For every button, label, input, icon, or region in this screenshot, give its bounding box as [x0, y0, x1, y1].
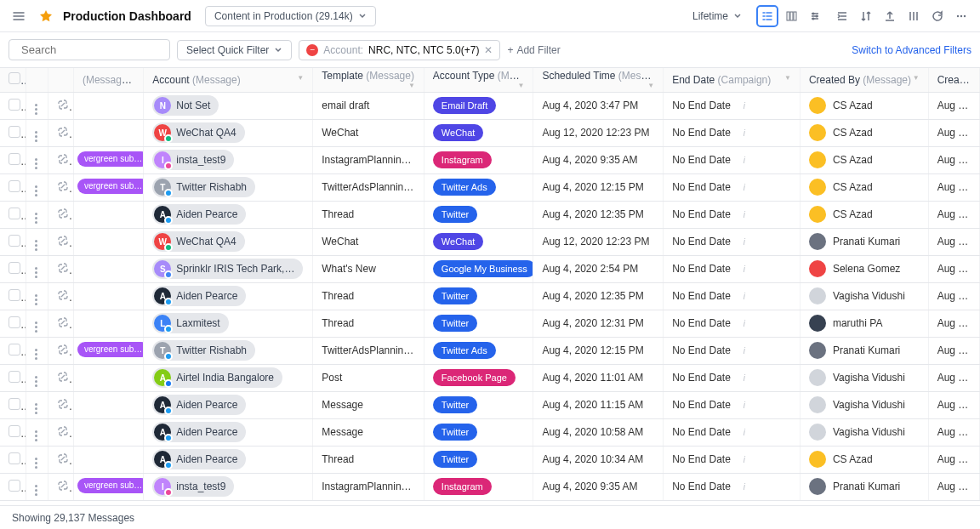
col-end-date[interactable]: End Date (Campaign) ▼: [664, 68, 801, 92]
board-view-icon[interactable]: [781, 6, 801, 26]
row-menu[interactable]: [26, 201, 48, 228]
row-menu[interactable]: [26, 228, 48, 255]
row-checkbox[interactable]: [0, 310, 26, 337]
row-link-icon[interactable]: [48, 92, 73, 119]
columns-icon[interactable]: [903, 6, 924, 26]
table-row[interactable]: LLaxmitestThreadTwitterAug 4, 2020 12:31…: [0, 310, 980, 337]
info-icon[interactable]: i: [739, 482, 749, 492]
sort-icon[interactable]: [856, 6, 876, 26]
account-chip[interactable]: AAiden Pearce: [152, 204, 246, 225]
menu-icon[interactable]: [9, 6, 29, 26]
row-menu[interactable]: [26, 418, 48, 446]
cell-account[interactable]: AAiden Pearce: [144, 201, 313, 228]
row-checkbox[interactable]: [0, 255, 26, 282]
cell-account[interactable]: SSprinklr IRIS Tech Park,…: [144, 255, 313, 282]
row-checkbox[interactable]: [0, 282, 26, 310]
cell-account[interactable]: TTwitter Rishabh: [144, 173, 313, 201]
account-chip[interactable]: AAiden Pearce: [152, 286, 246, 306]
account-chip[interactable]: TTwitter Rishabh: [152, 177, 255, 197]
col-account[interactable]: Account (Message) ▼: [144, 68, 313, 92]
row-menu[interactable]: [26, 473, 48, 500]
row-menu[interactable]: [26, 310, 48, 337]
cell-account[interactable]: AAirtel India Bangalore: [144, 364, 313, 391]
info-icon[interactable]: i: [739, 237, 749, 247]
table-row[interactable]: AAiden PearceThreadTwitterAug 4, 2020 12…: [0, 201, 980, 228]
col-created[interactable]: Created: [928, 68, 979, 92]
close-icon[interactable]: ✕: [484, 44, 493, 56]
row-menu[interactable]: [26, 119, 48, 146]
col-template[interactable]: Template (Message) ▼: [313, 68, 424, 92]
table-row[interactable]: NNot Setemail draftEmail DraftAug 4, 202…: [0, 92, 980, 119]
cell-account[interactable]: WWeChat QA4: [144, 228, 313, 255]
row-link-icon[interactable]: [48, 282, 73, 310]
cell-account[interactable]: AAiden Pearce: [144, 446, 313, 473]
table-row[interactable]: AAiden PearceThreadTwitterAug 4, 2020 12…: [0, 282, 980, 310]
row-link-icon[interactable]: [48, 473, 73, 500]
info-icon[interactable]: i: [739, 346, 749, 356]
row-checkbox[interactable]: [0, 92, 26, 119]
info-icon[interactable]: i: [739, 210, 749, 220]
info-icon[interactable]: i: [739, 183, 749, 193]
star-icon[interactable]: [36, 6, 56, 26]
row-checkbox[interactable]: [0, 228, 26, 255]
table-row[interactable]: AAiden PearceMessageTwitterAug 4, 2020 1…: [0, 418, 980, 446]
info-icon[interactable]: i: [739, 373, 749, 384]
table-row[interactable]: vergreen sub…TTwitter RishabhTwitterAdsP…: [0, 337, 980, 364]
cell-account[interactable]: LLaxmitest: [144, 310, 313, 337]
account-chip[interactable]: AAiden Pearce: [152, 449, 246, 469]
info-icon[interactable]: i: [739, 156, 749, 166]
account-chip[interactable]: LLaxmitest: [152, 313, 228, 333]
row-link-icon[interactable]: [48, 391, 73, 418]
row-menu[interactable]: [26, 173, 48, 201]
row-link-icon[interactable]: [48, 146, 73, 173]
col-scheduled[interactable]: Scheduled Time (Mess… ▼: [533, 68, 664, 92]
info-icon[interactable]: i: [739, 292, 749, 302]
quick-filter-dropdown[interactable]: Select Quick Filter: [177, 40, 292, 60]
row-checkbox[interactable]: [0, 391, 26, 418]
col-message[interactable]: (Message) ▼: [73, 68, 143, 92]
search-input-wrap[interactable]: [9, 39, 170, 60]
info-icon[interactable]: i: [739, 319, 749, 329]
table-row[interactable]: vergreen sub…Iinsta_test9InstagramPlanni…: [0, 146, 980, 173]
row-checkbox[interactable]: [0, 446, 26, 473]
account-chip[interactable]: WWeChat QA4: [152, 231, 244, 252]
account-chip[interactable]: TTwitter Rishabh: [152, 340, 255, 361]
row-link-icon[interactable]: [48, 173, 73, 201]
row-link-icon[interactable]: [48, 364, 73, 391]
row-link-icon[interactable]: [48, 446, 73, 473]
row-menu[interactable]: [26, 146, 48, 173]
info-icon[interactable]: i: [739, 128, 749, 139]
cell-account[interactable]: AAiden Pearce: [144, 418, 313, 446]
col-created-by[interactable]: Created By (Message) ▼: [800, 68, 928, 92]
row-checkbox[interactable]: [0, 201, 26, 228]
row-menu[interactable]: [26, 255, 48, 282]
info-icon[interactable]: i: [739, 264, 749, 275]
row-checkbox[interactable]: [0, 146, 26, 173]
search-input[interactable]: [21, 43, 164, 56]
row-link-icon[interactable]: [48, 201, 73, 228]
row-menu[interactable]: [26, 364, 48, 391]
col-checkbox-header[interactable]: [0, 68, 26, 92]
content-dropdown[interactable]: Content in Production (29.14k): [205, 6, 376, 26]
row-menu[interactable]: [26, 391, 48, 418]
cell-account[interactable]: TTwitter Rishabh: [144, 337, 313, 364]
exclude-icon[interactable]: −: [306, 44, 318, 56]
account-chip[interactable]: NNot Set: [152, 95, 219, 116]
row-checkbox[interactable]: [0, 473, 26, 500]
table-row[interactable]: vergreen sub…Iinsta_test9InstagramPlanni…: [0, 473, 980, 500]
info-icon[interactable]: i: [739, 401, 749, 411]
row-link-icon[interactable]: [48, 119, 73, 146]
account-chip[interactable]: Iinsta_test9: [152, 150, 234, 170]
row-menu[interactable]: [26, 337, 48, 364]
row-checkbox[interactable]: [0, 364, 26, 391]
row-link-icon[interactable]: [48, 310, 73, 337]
account-chip[interactable]: Iinsta_test9: [152, 476, 234, 497]
cell-account[interactable]: Iinsta_test9: [144, 146, 313, 173]
info-icon[interactable]: i: [739, 101, 749, 111]
info-icon[interactable]: i: [739, 455, 749, 465]
table-row[interactable]: WWeChat QA4WeChatWeChatAug 12, 2020 12:2…: [0, 119, 980, 146]
row-link-icon[interactable]: [48, 228, 73, 255]
row-checkbox[interactable]: [0, 119, 26, 146]
cell-account[interactable]: WWeChat QA4: [144, 119, 313, 146]
cell-account[interactable]: AAiden Pearce: [144, 282, 313, 310]
